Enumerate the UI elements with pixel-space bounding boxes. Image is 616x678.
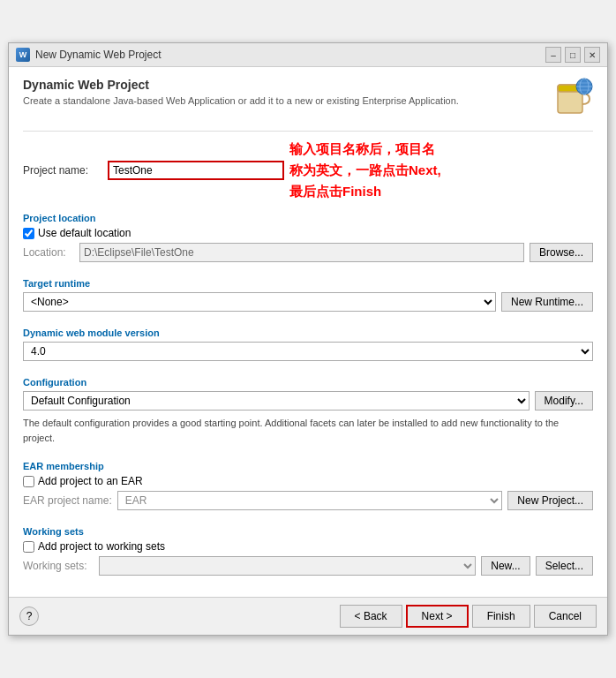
dynamic-web-module-label: Dynamic web module version (23, 328, 593, 338)
page-header: Dynamic Web Project Create a standalone … (23, 78, 593, 120)
new-working-set-button[interactable]: New... (481, 556, 530, 576)
project-name-input[interactable] (108, 161, 284, 180)
add-to-ear-text: Add project to an EAR (38, 475, 143, 487)
close-button[interactable]: ✕ (584, 47, 600, 63)
location-label: Location: (23, 246, 74, 259)
header-separator (23, 131, 593, 132)
next-button[interactable]: Next > (406, 605, 469, 628)
working-sets-row: Working sets: New... Select... (23, 556, 593, 576)
annotation-text: 输入项目名称后，项目名称为英文，一路点击Next,最后点击Finish (289, 139, 593, 202)
target-runtime-section: Target runtime <None> New Runtime... (23, 273, 593, 322)
working-sets-field-label: Working sets: (23, 560, 94, 572)
add-to-ear-checkbox[interactable] (23, 476, 34, 487)
working-sets-label: Working sets (23, 526, 593, 537)
working-sets-section: Working sets Add project to working sets… (23, 521, 593, 586)
target-runtime-select[interactable]: <None> (23, 292, 496, 312)
project-location-section: Project location Use default location Lo… (23, 207, 593, 273)
new-project-button[interactable]: New Project... (507, 491, 593, 510)
configuration-info: The default configuration provides a goo… (23, 416, 593, 445)
dynamic-web-module-section: Dynamic web module version 4.0 (23, 322, 593, 372)
titlebar: W New Dynamic Web Project – □ ✕ (9, 43, 607, 67)
page-icon (551, 78, 593, 120)
maximize-button[interactable]: □ (565, 47, 581, 63)
use-default-location-text: Use default location (38, 227, 131, 239)
finish-button[interactable]: Finish (472, 605, 530, 628)
add-to-working-sets-text: Add project to working sets (38, 540, 165, 553)
main-content: Dynamic Web Project Create a standalone … (9, 67, 607, 597)
ear-membership-label: EAR membership (23, 461, 593, 471)
add-to-working-sets-row: Add project to working sets (23, 540, 593, 553)
project-name-row: Project name: 输入项目名称后，项目名称为英文，一路点击Next,最… (23, 139, 593, 202)
main-window: W New Dynamic Web Project – □ ✕ Dynamic … (8, 42, 608, 636)
ear-project-name-select[interactable]: EAR (117, 491, 503, 510)
configuration-section: Configuration Default Configuration Modi… (23, 372, 593, 456)
ear-project-name-row: EAR project name: EAR New Project... (23, 491, 593, 510)
ear-membership-section: EAR membership Add project to an EAR EAR… (23, 456, 593, 521)
minimize-button[interactable]: – (545, 47, 561, 63)
location-row: Location: Browse... (23, 243, 593, 262)
dynamic-web-module-select[interactable]: 4.0 (23, 342, 593, 361)
page-header-text: Dynamic Web Project Create a standalone … (23, 78, 459, 106)
window-title: New Dynamic Web Project (35, 49, 540, 61)
select-working-set-button[interactable]: Select... (536, 556, 593, 576)
add-to-working-sets-checkbox[interactable] (23, 541, 34, 553)
configuration-select[interactable]: Default Configuration (23, 391, 530, 411)
working-sets-select[interactable] (99, 556, 476, 576)
modify-button[interactable]: Modify... (535, 391, 593, 411)
cancel-button[interactable]: Cancel (534, 605, 597, 628)
page-subtitle: Create a standalone Java-based Web Appli… (23, 95, 459, 106)
page-title: Dynamic Web Project (23, 78, 459, 92)
configuration-label: Configuration (23, 377, 593, 388)
use-default-location-row: Use default location (23, 227, 593, 239)
help-button[interactable]: ? (19, 606, 39, 626)
annotation-area: 输入项目名称后，项目名称为英文，一路点击Next,最后点击Finish (289, 139, 593, 202)
configuration-row: Default Configuration Modify... (23, 391, 593, 411)
window-controls: – □ ✕ (545, 47, 600, 63)
add-to-ear-row: Add project to an EAR (23, 475, 593, 487)
ear-project-name-label: EAR project name: (23, 494, 112, 507)
dynamic-web-module-row: 4.0 (23, 342, 593, 361)
window-icon: W (16, 48, 30, 62)
back-button[interactable]: < Back (340, 605, 402, 628)
location-input[interactable] (79, 243, 524, 262)
bottom-bar: ? < Back Next > Finish Cancel (9, 597, 607, 635)
use-default-location-checkbox[interactable] (23, 228, 34, 239)
browse-button[interactable]: Browse... (530, 243, 593, 262)
target-runtime-label: Target runtime (23, 278, 593, 289)
new-runtime-button[interactable]: New Runtime... (501, 292, 593, 312)
target-runtime-row: <None> New Runtime... (23, 292, 593, 312)
bottom-buttons: < Back Next > Finish Cancel (340, 605, 597, 628)
project-name-label: Project name: (23, 164, 102, 177)
project-location-label: Project location (23, 213, 593, 223)
